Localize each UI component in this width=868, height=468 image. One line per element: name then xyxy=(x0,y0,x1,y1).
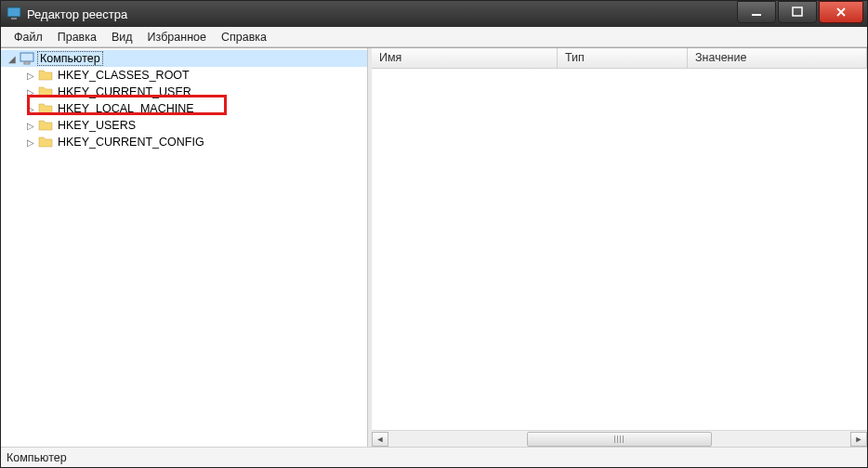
window-controls xyxy=(737,1,867,27)
svg-rect-4 xyxy=(20,53,33,61)
computer-icon xyxy=(20,51,34,66)
tree-node-computer[interactable]: ◢ Компьютер xyxy=(1,50,367,67)
tree-node-label: Компьютер xyxy=(37,51,103,66)
folder-icon xyxy=(38,84,53,99)
horizontal-scrollbar[interactable]: ◄ ► xyxy=(372,430,867,447)
menu-edit[interactable]: Правка xyxy=(50,29,104,46)
folder-icon xyxy=(38,135,53,150)
statusbar-path: Компьютер xyxy=(7,451,67,464)
close-button[interactable] xyxy=(819,1,863,23)
scroll-thumb[interactable] xyxy=(527,432,712,447)
menu-view[interactable]: Вид xyxy=(104,29,140,46)
svg-rect-3 xyxy=(793,7,802,16)
expander-expand-icon[interactable]: ▷ xyxy=(25,136,36,148)
list-body[interactable] xyxy=(372,69,867,430)
scroll-left-button[interactable]: ◄ xyxy=(372,432,388,447)
tree-node-hklm[interactable]: ▷ HKEY_LOCAL_MACHINE xyxy=(1,100,367,117)
values-panel: Имя Тип Значение ◄ ► xyxy=(372,48,867,447)
tree-node-hkcu[interactable]: ▷ HKEY_CURRENT_USER xyxy=(1,84,367,100)
svg-rect-2 xyxy=(752,14,761,16)
grip-icon xyxy=(614,436,624,443)
client-area: ◢ Компьютер ▷ HKEY_CLASSES_ROOT ▷ xyxy=(1,47,867,447)
tree-panel: ◢ Компьютер ▷ HKEY_CLASSES_ROOT ▷ xyxy=(1,48,368,447)
expander-collapse-icon[interactable]: ◢ xyxy=(7,53,18,64)
menu-favorites[interactable]: Избранное xyxy=(140,29,214,46)
expander-expand-icon[interactable]: ▷ xyxy=(25,86,36,98)
tree-node-hkcc[interactable]: ▷ HKEY_CURRENT_CONFIG xyxy=(1,134,367,150)
scroll-track[interactable] xyxy=(388,432,850,447)
list-header: Имя Тип Значение xyxy=(372,48,867,69)
column-header-name[interactable]: Имя xyxy=(372,48,558,68)
menu-file[interactable]: Файл xyxy=(7,29,50,46)
svg-rect-1 xyxy=(11,18,17,20)
column-header-type[interactable]: Тип xyxy=(558,48,688,68)
tree-node-label: HKEY_LOCAL_MACHINE xyxy=(56,102,196,115)
folder-icon xyxy=(38,101,53,116)
app-icon xyxy=(7,6,21,21)
expander-expand-icon[interactable]: ▷ xyxy=(25,120,36,131)
svg-rect-5 xyxy=(24,62,30,64)
expander-expand-icon[interactable]: ▷ xyxy=(25,70,36,81)
folder-icon xyxy=(38,68,53,83)
titlebar[interactable]: Редактор реестра xyxy=(1,1,867,27)
registry-editor-window: Редактор реестра Файл Правка Вид Избранн… xyxy=(0,0,868,468)
tree-node-label: HKEY_CURRENT_CONFIG xyxy=(56,136,206,149)
window-title: Редактор реестра xyxy=(27,7,737,21)
tree-node-hkcr[interactable]: ▷ HKEY_CLASSES_ROOT xyxy=(1,67,367,84)
folder-icon xyxy=(38,118,53,133)
tree-node-label: HKEY_CURRENT_USER xyxy=(56,85,193,98)
menu-help[interactable]: Справка xyxy=(214,29,274,46)
statusbar: Компьютер xyxy=(1,447,867,467)
tree-node-label: HKEY_USERS xyxy=(56,119,138,132)
tree-node-label: HKEY_CLASSES_ROOT xyxy=(56,69,191,82)
expander-expand-icon[interactable]: ▷ xyxy=(25,103,36,114)
menubar: Файл Правка Вид Избранное Справка xyxy=(1,27,867,47)
scroll-right-button[interactable]: ► xyxy=(850,432,867,447)
tree-node-hku[interactable]: ▷ HKEY_USERS xyxy=(1,117,367,134)
svg-rect-0 xyxy=(7,7,20,17)
column-header-value[interactable]: Значение xyxy=(688,48,867,68)
minimize-button[interactable] xyxy=(737,1,776,23)
registry-tree[interactable]: ◢ Компьютер ▷ HKEY_CLASSES_ROOT ▷ xyxy=(1,50,367,150)
maximize-button[interactable] xyxy=(778,1,817,23)
